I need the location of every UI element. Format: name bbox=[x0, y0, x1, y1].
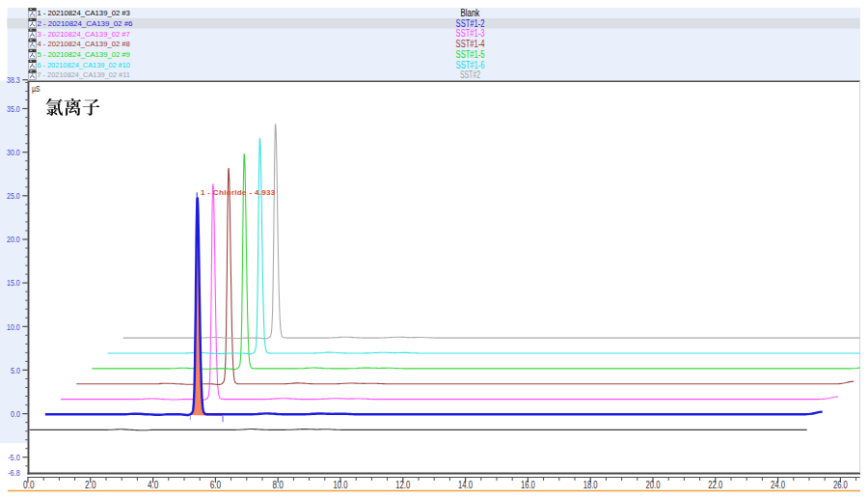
svg-text:24.0: 24.0 bbox=[771, 479, 785, 490]
svg-text:14.0: 14.0 bbox=[458, 479, 473, 490]
svg-text:20.0: 20.0 bbox=[646, 479, 661, 490]
svg-text:µS: µS bbox=[32, 84, 41, 94]
svg-text:-6.8: -6.8 bbox=[8, 467, 20, 478]
svg-text:0.0: 0.0 bbox=[11, 408, 20, 419]
svg-text:6.0: 6.0 bbox=[210, 479, 222, 490]
svg-text:15.0: 15.0 bbox=[7, 277, 20, 288]
svg-text:3 - 20210824_CA139_02 #7: 3 - 20210824_CA139_02 #7 bbox=[37, 30, 130, 39]
svg-text:5 - 20210824_CA139_02 #9: 5 - 20210824_CA139_02 #9 bbox=[37, 50, 130, 59]
svg-text:10.0: 10.0 bbox=[7, 321, 20, 332]
svg-text:-5.0: -5.0 bbox=[8, 452, 20, 462]
svg-text:8.0: 8.0 bbox=[273, 479, 285, 490]
svg-text:20.0: 20.0 bbox=[7, 234, 20, 244]
svg-text:4.0: 4.0 bbox=[148, 479, 159, 490]
svg-text:4 - 20210824_CA139_02 #8: 4 - 20210824_CA139_02 #8 bbox=[37, 40, 130, 48]
svg-text:SST#1-4: SST#1-4 bbox=[456, 39, 485, 49]
svg-text:18.0: 18.0 bbox=[583, 479, 598, 490]
svg-text:7 - 20210824_CA139_02 #11: 7 - 20210824_CA139_02 #11 bbox=[37, 70, 129, 79]
svg-text:2 - 20210824_CA139_02 #6: 2 - 20210824_CA139_02 #6 bbox=[37, 19, 132, 28]
svg-text:26.0: 26.0 bbox=[833, 479, 848, 490]
svg-text:Blank: Blank bbox=[461, 8, 480, 18]
svg-text:6 - 20210824_CA139_02 #10: 6 - 20210824_CA139_02 #10 bbox=[37, 61, 129, 69]
svg-text:SST#1-2: SST#1-2 bbox=[456, 18, 485, 29]
svg-text:10.0: 10.0 bbox=[334, 479, 348, 490]
svg-text:SST#2: SST#2 bbox=[460, 69, 480, 80]
svg-text:22.0: 22.0 bbox=[708, 479, 722, 490]
svg-text:35.0: 35.0 bbox=[7, 103, 20, 114]
svg-text:2.0: 2.0 bbox=[85, 479, 96, 490]
svg-text:0.0: 0.0 bbox=[23, 479, 35, 490]
svg-text:12.0: 12.0 bbox=[395, 479, 410, 490]
svg-text:30.0: 30.0 bbox=[7, 147, 20, 157]
svg-text:1 - Chloride - 4.933: 1 - Chloride - 4.933 bbox=[201, 188, 276, 197]
svg-text:16.0: 16.0 bbox=[521, 479, 535, 490]
svg-text:1 - 20210824_CA139_02 #3: 1 - 20210824_CA139_02 #3 bbox=[37, 9, 130, 17]
svg-text:25.0: 25.0 bbox=[7, 190, 20, 201]
svg-text:5.0: 5.0 bbox=[11, 365, 20, 375]
svg-text:SST#1-6: SST#1-6 bbox=[456, 60, 485, 70]
svg-text:SST#1-5: SST#1-5 bbox=[456, 49, 485, 60]
svg-text:38.3: 38.3 bbox=[7, 74, 20, 85]
svg-text:SST#1-3: SST#1-3 bbox=[456, 28, 485, 39]
